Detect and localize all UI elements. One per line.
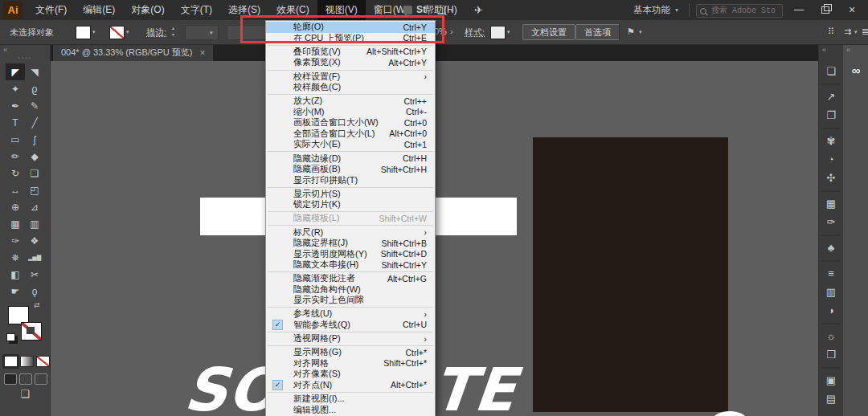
chevron-down-icon[interactable]: ▾ — [675, 0, 678, 20]
artboards-panel-icon[interactable]: ❐ — [819, 106, 843, 124]
width-tool[interactable]: ↔ — [6, 181, 25, 198]
free-transform-tool[interactable]: ◰ — [25, 181, 44, 198]
stroke-color-swatch[interactable] — [109, 26, 125, 39]
stepper-down-icon[interactable]: ▾ — [172, 31, 174, 38]
view-menu-item[interactable]: 透视网格(P)› — [266, 333, 435, 345]
transparency-panel-icon[interactable]: ◑ — [819, 301, 843, 320]
control-grid-icon[interactable]: ⠿ — [828, 27, 834, 37]
layers-panel-icon[interactable]: ❏ — [819, 62, 843, 80]
eraser-tool[interactable]: ◆ — [25, 148, 44, 165]
graphic-styles-panel-icon[interactable]: ❒ — [819, 345, 843, 364]
chevron-down-icon[interactable]: ▾ — [92, 29, 96, 35]
hand-tool[interactable]: ☛ — [6, 283, 25, 300]
shape-builder-tool[interactable]: ⊕ — [6, 198, 25, 215]
overflow-chevron-icon[interactable]: › — [450, 27, 453, 36]
draw-behind-button[interactable] — [19, 373, 32, 385]
style-swatch[interactable] — [490, 26, 506, 39]
view-menu-item[interactable]: 隐藏边角构件(W) — [266, 284, 435, 296]
gpu-performance-icon[interactable]: ✈ — [474, 0, 483, 20]
color-mode-button[interactable] — [4, 356, 18, 367]
view-menu-item[interactable]: 显示网格(G)Ctrl+* — [266, 347, 435, 358]
menubar-item[interactable]: 对象(O) — [123, 0, 172, 20]
swatches-panel-icon[interactable]: ▦ — [819, 194, 843, 213]
view-menu-item[interactable]: 显示打印拼贴(T) — [266, 174, 435, 186]
view-menu-item[interactable]: 参考线(U)› — [266, 308, 435, 320]
workspace-switcher[interactable]: 基本功能 — [633, 0, 670, 20]
view-menu-item[interactable]: 隐藏文本串接(H)Shift+Ctrl+Y — [266, 259, 435, 271]
stroke-panel-icon[interactable]: ≡ — [819, 264, 843, 283]
paintbrush-tool[interactable]: ʃ — [25, 131, 44, 148]
column-graph-tool[interactable]: ▂▅▇ — [25, 249, 44, 266]
none-mode-button[interactable] — [36, 356, 50, 367]
minimize-button[interactable]: — — [788, 0, 809, 20]
chevron-down-icon[interactable]: ▾ — [854, 29, 858, 35]
screen-mode-button[interactable]: ❏ — [0, 388, 50, 400]
view-menu-item[interactable]: 全部适合窗口大小(L)Alt+Ctrl+0 — [266, 128, 435, 140]
chevron-down-icon[interactable]: ▾ — [126, 29, 129, 35]
gradient2-panel-icon[interactable]: ▥ — [819, 283, 843, 301]
color-guide-panel-icon[interactable]: ✣ — [819, 169, 843, 187]
view-menu-item[interactable]: ✓智能参考线(Q)Ctrl+U — [266, 320, 435, 331]
fill-color-swatch[interactable] — [76, 26, 91, 39]
orientation-icon[interactable]: ⚑ — [627, 27, 635, 37]
artboard-tool[interactable]: ◧ — [6, 266, 25, 283]
close-button[interactable]: × — [841, 0, 862, 20]
lasso-tool[interactable]: ϱ — [25, 80, 44, 97]
stroke-weight-label[interactable]: 描边: — [146, 27, 166, 39]
restore-button[interactable] — [815, 0, 836, 20]
control-menu-icon[interactable]: ≣ — [862, 27, 868, 37]
pen-tool[interactable]: ✒ — [6, 97, 25, 114]
view-menu-item[interactable]: 新建视图(I)... — [266, 394, 435, 405]
gradient-tool[interactable]: ▥ — [25, 215, 44, 232]
artwork-headline-right[interactable]: TE — [430, 360, 519, 416]
menubar-item[interactable]: 编辑(E) — [75, 0, 123, 20]
gradient-panel-icon[interactable]: ◔ — [819, 150, 843, 169]
collapse-panel-icon[interactable]: « — [846, 46, 850, 54]
view-menu-item[interactable]: 标尺(R)› — [266, 226, 435, 238]
stepper-up-icon[interactable]: ▴ — [172, 25, 174, 31]
view-menu-item[interactable]: 实际大小(E)Ctrl+1 — [266, 139, 435, 150]
draw-inside-button[interactable] — [35, 373, 47, 385]
mesh-tool[interactable]: ▦ — [6, 215, 25, 232]
perspective-grid-tool[interactable]: ⊿ — [25, 198, 44, 215]
menubar-item[interactable]: 文字(T) — [173, 0, 220, 20]
swap-fill-stroke-icon[interactable]: ⇄ — [34, 301, 40, 309]
transform-panel-icon[interactable]: ▣ — [819, 371, 843, 389]
view-menu-item[interactable]: 叠印预览(V)Alt+Shift+Ctrl+Y — [266, 47, 435, 58]
color-panel-icon[interactable]: ✾ — [819, 132, 843, 150]
direct-selection-tool[interactable]: ◥ — [25, 63, 44, 80]
view-menu-item[interactable]: 显示切片(S) — [266, 188, 435, 199]
shaper-tool[interactable]: ✏ — [6, 148, 25, 165]
view-menu-item[interactable]: 隐藏画板(B)Shift+Ctrl+H — [266, 164, 435, 175]
type-tool[interactable]: T — [6, 114, 25, 131]
stroke-weight-stepper[interactable]: ▴ ▾ — [172, 25, 174, 38]
stroke-swatch[interactable] — [21, 322, 42, 341]
tab-close-icon[interactable]: × — [199, 47, 205, 59]
artwork-dark-rectangle[interactable] — [533, 137, 728, 412]
collapse-panel-icon[interactable]: « — [822, 46, 825, 54]
view-menu-item[interactable]: 画板适合窗口大小(W)Ctrl+0 — [266, 117, 435, 128]
slice-tool[interactable]: ✂ — [25, 266, 44, 283]
collapse-panel-icon[interactable]: « — [3, 46, 6, 54]
document-tab[interactable]: 004* @ 33.33% (RGB/GPU 预览) × — [53, 44, 213, 61]
view-menu-item[interactable]: 锁定切片(K) — [266, 199, 435, 210]
magic-wand-tool[interactable]: ✦ — [6, 80, 25, 97]
view-menu-item[interactable]: 校样颜色(C) — [266, 82, 435, 93]
view-menu-item[interactable]: 校样设置(F)› — [266, 71, 435, 82]
zoom-tool[interactable]: ϙ — [25, 283, 44, 300]
align-panel-icon[interactable]: ▤ — [819, 389, 843, 408]
chevron-down-icon[interactable]: ▾ — [507, 29, 510, 35]
menubar-item[interactable]: 文件(F) — [27, 0, 75, 20]
default-fill-stroke-icon[interactable] — [6, 333, 15, 341]
view-menu-item[interactable]: 编辑视图... — [266, 404, 435, 415]
curvature-tool[interactable]: ✎ — [25, 97, 44, 114]
scale-tool[interactable]: ❏ — [25, 165, 44, 181]
search-input[interactable] — [710, 6, 777, 16]
stroke-weight-select[interactable]: ▾ — [185, 25, 219, 40]
view-menu-item[interactable]: ✓对齐点(N)Alt+Ctrl+* — [266, 380, 435, 391]
eyedropper-tool[interactable]: ✑ — [6, 232, 25, 249]
stock-search[interactable] — [696, 4, 783, 18]
export-panel-icon[interactable]: ↗ — [819, 88, 843, 106]
symbols-panel-icon[interactable]: ♣ — [819, 239, 843, 257]
view-menu-item[interactable]: 隐藏定界框(J)Shift+Ctrl+B — [266, 238, 435, 249]
